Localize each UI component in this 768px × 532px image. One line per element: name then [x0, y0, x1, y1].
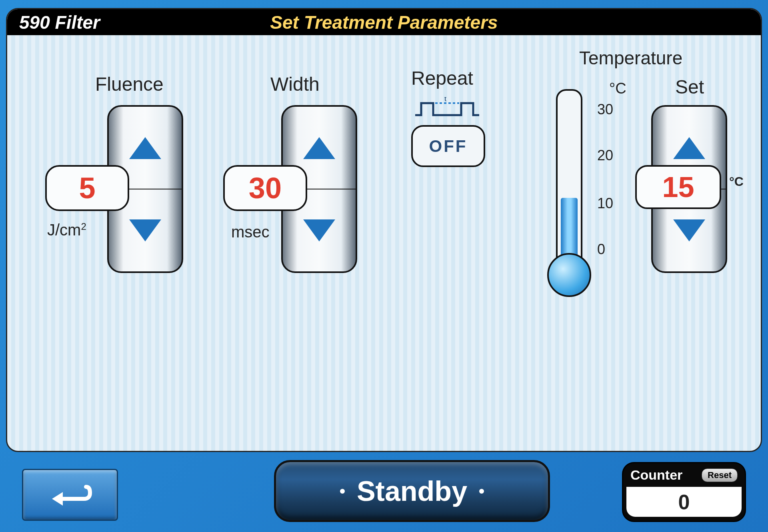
chevron-up-icon — [303, 137, 335, 159]
temperature-set-unit: °C — [729, 174, 744, 189]
repeat-toggle-button[interactable]: OFF — [411, 125, 485, 167]
width-value: 30 — [223, 165, 307, 211]
temperature-set-label: Set — [675, 76, 704, 98]
repeat-label: Repeat — [411, 67, 473, 89]
fluence-label: Fluence — [95, 73, 164, 95]
counter-panel: Counter Reset 0 — [622, 462, 746, 522]
tick-30: 30 — [597, 101, 613, 118]
tick-0: 0 — [597, 241, 605, 258]
chevron-up-icon — [129, 137, 161, 159]
temperature-unit-column: °C — [609, 80, 626, 97]
thermometer-bulb — [547, 253, 591, 297]
parameters-screen: 590 Filter Set Treatment Parameters Flue… — [6, 8, 762, 452]
width-unit: msec — [231, 223, 270, 241]
page-title: Set Treatment Parameters — [270, 12, 498, 33]
chevron-down-icon — [129, 219, 161, 241]
dot-icon — [340, 489, 345, 494]
thermometer-tube — [556, 89, 582, 265]
temperature-header: Temperature — [579, 47, 682, 69]
fluence-value: 5 — [45, 165, 129, 211]
title-bar: 590 Filter Set Treatment Parameters — [7, 9, 761, 35]
chevron-down-icon — [303, 219, 335, 241]
footer-bar: Standby Counter Reset 0 — [0, 452, 768, 532]
counter-value: 0 — [626, 487, 742, 517]
filter-name: 590 Filter — [19, 12, 100, 33]
standby-button[interactable]: Standby — [274, 460, 550, 522]
temperature-set-value: 15 — [635, 165, 721, 209]
tick-10: 10 — [597, 195, 613, 212]
fluence-unit-sup: 2 — [81, 221, 86, 232]
counter-reset-button[interactable]: Reset — [702, 468, 738, 482]
tick-20: 20 — [597, 147, 613, 164]
standby-label: Standby — [357, 475, 467, 507]
pulse-repeat-icon: t — [413, 97, 481, 119]
return-arrow-icon — [46, 481, 94, 509]
thermometer — [547, 89, 591, 297]
back-button[interactable] — [22, 469, 118, 521]
content-area: Fluence 5 J/cm2 Width 30 msec — [7, 35, 761, 451]
repeat-t-label: t — [444, 97, 446, 103]
counter-label: Counter — [630, 467, 682, 483]
fluence-unit: J/cm2 — [47, 221, 86, 239]
fluence-unit-text: J/cm — [47, 221, 81, 239]
chevron-down-icon — [673, 219, 705, 241]
chevron-up-icon — [673, 137, 705, 159]
dot-icon — [479, 489, 484, 494]
width-label: Width — [270, 73, 320, 95]
